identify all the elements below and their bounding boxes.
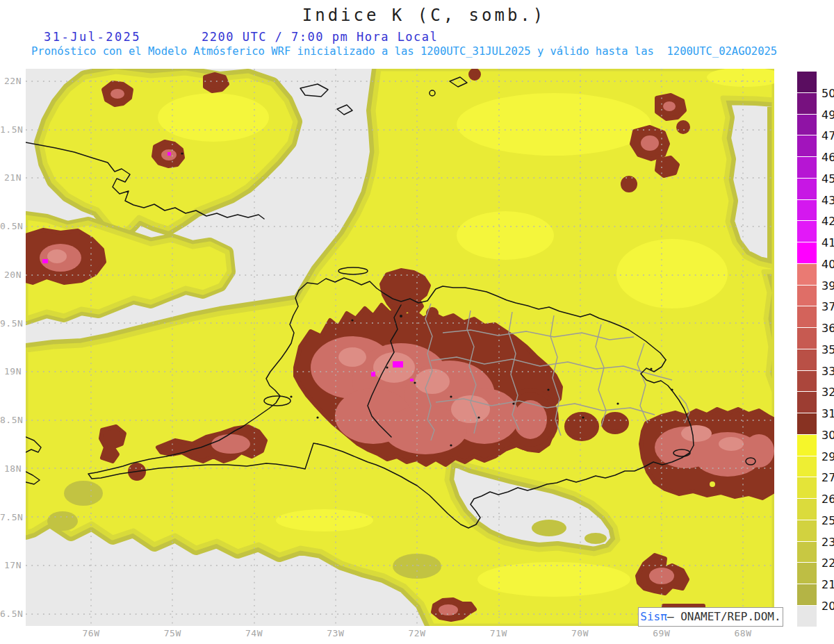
lat-label: 7.5N xyxy=(0,512,22,522)
colorbar-label: 32.6 xyxy=(821,386,834,399)
colorbar-segment xyxy=(797,157,817,179)
colorbar-segment xyxy=(797,371,817,393)
colorbar-label: 39.1 xyxy=(821,279,834,292)
lon-label: 73W xyxy=(320,628,351,638)
colorbar-label: 21.3 xyxy=(821,578,834,591)
lon-label: 76W xyxy=(76,628,106,638)
colorbar-label: 25.2 xyxy=(821,514,834,527)
colorbar-segment xyxy=(797,477,817,499)
colorbar-segment xyxy=(797,435,817,456)
colorbar-label: 46.5 xyxy=(821,151,834,164)
forecast-model-line: Pronóstico con el Modelo Atmósferico WRF… xyxy=(31,45,777,58)
lat-label: 9.5N xyxy=(0,318,22,329)
date-label: 31-Jul-2025 xyxy=(44,30,141,44)
colorbar-segment xyxy=(797,520,817,542)
colorbar-label: 50 xyxy=(821,87,834,100)
colorbar-label: 47.8 xyxy=(821,129,834,142)
colorbar-segment xyxy=(797,200,817,222)
colorbar-segment xyxy=(797,115,817,136)
lat-label: 0.5N xyxy=(0,221,22,231)
lat-label: 18N xyxy=(0,463,22,474)
colorbar-segment xyxy=(797,264,817,286)
colorbar-segment xyxy=(797,542,817,563)
colorbar-segment xyxy=(797,306,817,328)
colorbar-segment xyxy=(797,563,817,584)
lon-label: 74W xyxy=(239,628,270,638)
colorbar-label: 35.2 xyxy=(821,343,834,356)
colorbar-label: 27.8 xyxy=(821,471,834,484)
time-label: 2200 UTC / 7:00 pm Hora Local xyxy=(202,30,438,44)
colorbar-segment xyxy=(797,392,817,413)
colorbar-label: 43.9 xyxy=(821,194,834,207)
lon-label: 75W xyxy=(157,628,188,638)
lat-label: 22N xyxy=(0,76,22,86)
lat-label: 20N xyxy=(0,270,22,280)
lon-label: 68W xyxy=(728,628,758,638)
lat-label: 19N xyxy=(0,366,22,377)
lat-label: 6.5N xyxy=(0,609,22,619)
k-index-map xyxy=(26,69,774,626)
lon-label: 71W xyxy=(483,628,514,638)
colorbar-segment xyxy=(797,286,817,307)
colorbar-segment xyxy=(797,584,817,606)
attribution-brand: Sisπ xyxy=(640,610,667,623)
colorbar-segment xyxy=(797,606,817,627)
colorbar-segment xyxy=(797,72,817,93)
colorbar-segment xyxy=(797,242,817,264)
colorbar-segment xyxy=(797,221,817,242)
colorbar-label: 36.5 xyxy=(821,322,834,335)
attribution-org: ONAMET/REP.DOM. xyxy=(680,610,781,623)
colorbar-segment xyxy=(797,179,817,200)
page-title: Indice K (C, somb.) xyxy=(302,6,546,25)
colorbar-label: 37.8 xyxy=(821,300,834,313)
lat-label: 21N xyxy=(0,172,22,183)
colorbar-label: 49.1 xyxy=(821,108,834,122)
colorbar-label: 33.9 xyxy=(821,365,834,378)
colorbar xyxy=(797,72,817,627)
colorbar-segment xyxy=(797,328,817,349)
colorbar-segment xyxy=(797,499,817,520)
colorbar-segment xyxy=(797,135,817,157)
colorbar-label: 29.1 xyxy=(821,450,834,463)
lon-label: 69W xyxy=(646,628,677,638)
colorbar-label: 45.2 xyxy=(821,172,834,185)
colorbar-segment xyxy=(797,413,817,435)
lat-label: 1.5N xyxy=(0,124,22,135)
colorbar-label: 26.5 xyxy=(821,493,834,506)
lat-label: 8.5N xyxy=(0,415,22,425)
colorbar-label: 40 xyxy=(821,258,834,271)
lon-label: 70W xyxy=(565,628,596,638)
colorbar-label: 20 xyxy=(821,600,834,613)
attribution-separator: – xyxy=(667,610,680,623)
colorbar-label: 30 xyxy=(821,429,834,442)
attribution-box: Sisπ– ONAMET/REP.DOM. xyxy=(638,607,783,627)
colorbar-label: 23.9 xyxy=(821,536,834,549)
colorbar-segment xyxy=(797,456,817,478)
colorbar-label: 22.6 xyxy=(821,556,834,570)
lat-label: 17N xyxy=(0,560,22,570)
colorbar-label: 31.3 xyxy=(821,407,834,420)
colorbar-segment xyxy=(797,349,817,371)
colorbar-segment xyxy=(797,93,817,115)
lon-label: 72W xyxy=(402,628,432,638)
colorbar-label: 41.3 xyxy=(821,236,834,249)
colorbar-label: 42.6 xyxy=(821,215,834,228)
